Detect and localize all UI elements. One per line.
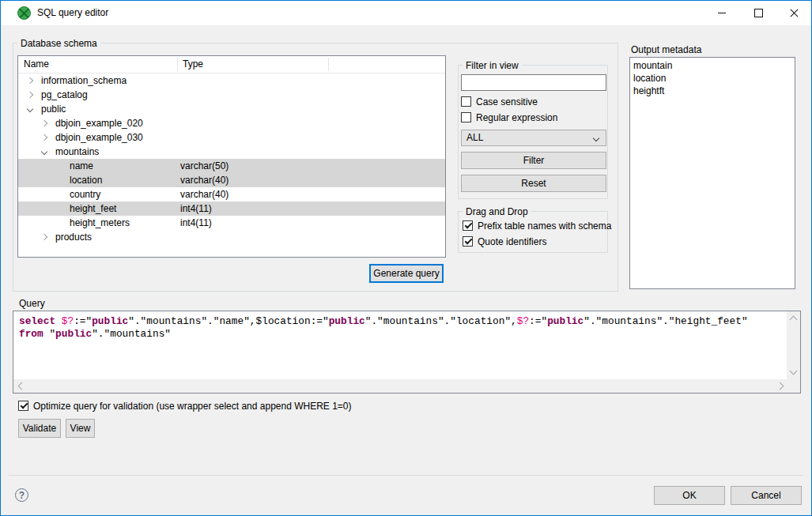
- chevron-down-icon[interactable]: [41, 149, 47, 155]
- query-text: select $?:="public"."mountains"."name",$…: [19, 315, 786, 379]
- regular-expression-label: Regular expression: [476, 112, 557, 123]
- tree-cell-type: varchar(50): [180, 159, 228, 173]
- tree-cell-name: public: [41, 102, 66, 116]
- column-header-type[interactable]: Type: [177, 56, 203, 73]
- tree-row[interactable]: dbjoin_example_030: [18, 130, 445, 145]
- window-title: SQL query editor: [37, 7, 108, 18]
- tree-cell-name: pg_catalog: [41, 88, 88, 102]
- case-sensitive-label: Case sensitive: [476, 96, 538, 107]
- schema-tree[interactable]: Name Type information_schemapg_catalogpu…: [17, 55, 446, 258]
- scroll-up-icon[interactable]: [790, 316, 798, 324]
- output-metadata-label: Output metadata: [631, 44, 701, 55]
- tree-cell-type: varchar(40): [180, 173, 228, 187]
- database-schema-label: Database schema: [17, 38, 100, 49]
- tree-cell-name: height_feet: [70, 202, 116, 216]
- output-metadata-list[interactable]: mountainlocationheightft: [629, 57, 795, 289]
- filter-scope-select[interactable]: ALL: [461, 130, 606, 146]
- app-logo-icon: [17, 6, 31, 20]
- drag-and-drop-label: Drag and Drop: [463, 206, 531, 217]
- scroll-left-icon[interactable]: [18, 382, 26, 390]
- filter-input[interactable]: [461, 74, 606, 91]
- tree-row[interactable]: countryvarchar(40): [18, 187, 445, 202]
- quote-identifiers-label: Quote identifiers: [478, 236, 546, 247]
- ok-button[interactable]: OK: [654, 486, 725, 505]
- query-label: Query: [19, 298, 45, 309]
- chevron-right-icon[interactable]: [27, 92, 33, 98]
- maximize-icon: [754, 9, 763, 17]
- list-item[interactable]: location: [630, 72, 795, 85]
- regular-expression-checkbox[interactable]: [461, 112, 471, 122]
- tree-row[interactable]: height_metersint4(11): [18, 216, 445, 230]
- filter-button[interactable]: Filter: [461, 152, 606, 169]
- tree-row[interactable]: products: [18, 230, 445, 244]
- chevron-down-icon: [593, 135, 599, 141]
- titlebar: SQL query editor: [1, 1, 811, 25]
- chevron-right-icon[interactable]: [41, 120, 47, 126]
- tree-cell-name: name: [70, 159, 93, 173]
- query-editor[interactable]: select $?:="public"."mountains"."name",$…: [13, 311, 801, 394]
- close-button[interactable]: [776, 1, 812, 25]
- close-icon: [790, 9, 799, 17]
- tree-cell-name: products: [55, 230, 92, 244]
- tree-cell-name: location: [70, 173, 102, 187]
- help-button[interactable]: ?: [15, 488, 28, 502]
- chevron-right-icon[interactable]: [41, 134, 47, 141]
- tree-row[interactable]: height_feetint4(11): [18, 202, 445, 216]
- tree-cell-name: information_schema: [41, 73, 127, 88]
- minimize-icon: [718, 13, 726, 13]
- schema-tree-rows: information_schemapg_catalogpublicdbjoin…: [18, 73, 445, 244]
- footer-separator: [9, 475, 803, 476]
- tree-cell-type: int4(11): [180, 202, 212, 216]
- chevron-right-icon[interactable]: [41, 234, 47, 240]
- minimize-button[interactable]: [704, 1, 740, 25]
- tree-row[interactable]: namevarchar(50): [18, 159, 445, 173]
- column-divider: [328, 58, 329, 71]
- list-item[interactable]: heightft: [630, 85, 795, 97]
- maximize-button[interactable]: [740, 1, 776, 25]
- list-item[interactable]: mountain: [630, 59, 795, 72]
- quote-identifiers-checkbox[interactable]: [463, 236, 473, 247]
- prefix-table-names-label: Prefix table names with schema: [478, 220, 611, 232]
- view-button[interactable]: View: [66, 419, 95, 438]
- query-vscrollbar[interactable]: [787, 311, 800, 379]
- tree-row[interactable]: mountains: [18, 145, 445, 159]
- scroll-right-icon[interactable]: [776, 382, 784, 390]
- query-hscrollbar[interactable]: [13, 379, 800, 393]
- tree-row[interactable]: public: [18, 102, 445, 116]
- tree-cell-type: int4(11): [180, 216, 212, 230]
- generate-query-button[interactable]: Generate query: [369, 264, 444, 283]
- tree-cell-name: height_meters: [70, 216, 130, 230]
- filter-scope-value: ALL: [466, 132, 483, 143]
- tree-cell-name: country: [70, 187, 100, 202]
- cancel-button[interactable]: Cancel: [731, 486, 802, 505]
- validate-button[interactable]: Validate: [18, 419, 61, 438]
- column-divider: [177, 58, 178, 71]
- scroll-down-icon[interactable]: [790, 367, 798, 375]
- schema-tree-header: Name Type: [18, 56, 445, 73]
- case-sensitive-checkbox[interactable]: [461, 96, 471, 107]
- tree-row[interactable]: information_schema: [18, 73, 445, 88]
- column-header-name[interactable]: Name: [18, 56, 49, 73]
- sql-query-editor-dialog: SQL query editor Database schema Name Ty…: [0, 0, 812, 516]
- optimize-query-label: Optimize query for validation (use wrapp…: [33, 401, 352, 412]
- tree-row[interactable]: pg_catalog: [18, 88, 445, 102]
- tree-row[interactable]: locationvarchar(40): [18, 173, 445, 187]
- prefix-table-names-checkbox[interactable]: [463, 220, 473, 231]
- tree-cell-type: varchar(40): [180, 187, 228, 202]
- tree-cell-name: dbjoin_example_020: [55, 116, 143, 130]
- chevron-down-icon[interactable]: [27, 106, 33, 112]
- tree-cell-name: dbjoin_example_030: [55, 130, 143, 145]
- tree-cell-name: mountains: [55, 145, 99, 159]
- query-line: select $?:="public"."mountains"."name",$…: [19, 315, 786, 328]
- chevron-right-icon[interactable]: [27, 77, 33, 84]
- query-line: from "public"."mountains": [19, 328, 786, 341]
- optimize-query-checkbox[interactable]: [18, 401, 28, 411]
- tree-row[interactable]: dbjoin_example_020: [18, 116, 445, 130]
- reset-button[interactable]: Reset: [461, 175, 606, 192]
- filter-group-label: Filter in view: [463, 60, 522, 71]
